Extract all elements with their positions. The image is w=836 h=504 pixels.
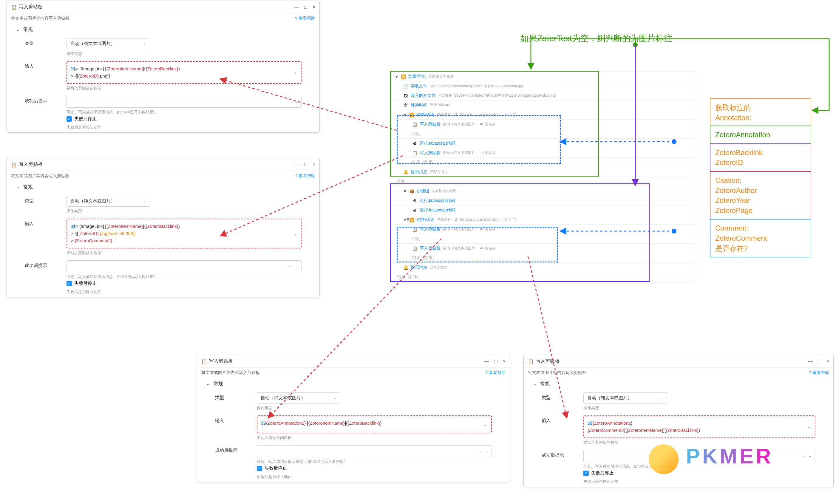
action-run-js[interactable]: ⚙运行Javascript代码 bbox=[391, 206, 695, 215]
branch-icon: 🔀 bbox=[409, 112, 414, 117]
help-link[interactable]: ?查看帮助 bbox=[485, 370, 506, 375]
anno-purple: ZoteroBacklinkZoteroID bbox=[710, 143, 811, 172]
action-show-msg[interactable]: 🔔提示消息已写入图片 bbox=[391, 167, 695, 177]
section-header[interactable]: ⌄常规 bbox=[7, 181, 319, 193]
pkmer-watermark: PKMER bbox=[686, 444, 773, 468]
action-write-image[interactable]: 🖼写入图片文件写入数据: $$D:\PandaNotes\Y-图形文件存储\Zo… bbox=[391, 91, 695, 100]
close-button[interactable]: × bbox=[826, 359, 829, 364]
action-write-clipboard[interactable]: 📋写入剪贴板自动（纯文本或图片） => 剪贴板 bbox=[391, 244, 695, 253]
action-show-msg[interactable]: 🔔提示消息已写入文本 bbox=[391, 263, 695, 272]
maximize-button[interactable]: □ bbox=[494, 359, 497, 364]
branch-icon: 🔀 bbox=[401, 74, 406, 79]
dialog-write-clipboard-4: 📋写入剪贴板—□× 将文本或图片等内容写入剪贴板?查看帮助 ⌄常规 类型自动（纯… bbox=[524, 355, 834, 487]
close-button[interactable]: × bbox=[312, 162, 315, 167]
dialog-write-clipboard-3: 📋写入剪贴板—□× 将文本或图片等内容写入剪贴板?查看帮助 ⌄常规 类型自动（纯… bbox=[197, 355, 510, 482]
success-input[interactable]: ⋯⌄ bbox=[257, 445, 492, 457]
action-read-file[interactable]: 📄读取文件$$D:\Zotero\cache\library\{ZoteroID… bbox=[391, 81, 695, 91]
type-select[interactable]: 自动（纯文本或图片）⌄ bbox=[66, 38, 150, 49]
clipboard-icon: 📋 bbox=[412, 150, 417, 156]
fail-stop-label: 失败后停止 bbox=[74, 116, 97, 122]
input-code-box[interactable]: $$> [!ImageLink] [{ZoteroItemName}]({Zot… bbox=[66, 61, 302, 84]
js-icon: ⚙ bbox=[412, 208, 417, 213]
minimize-button[interactable]: — bbox=[294, 162, 299, 167]
image-icon: 🖼 bbox=[403, 93, 408, 98]
fail-stop-checkbox[interactable]: ✓ bbox=[257, 466, 262, 471]
input-code-box[interactable]: $$> [!ImageLink] [{ZoteroItemName}]({Zot… bbox=[66, 219, 302, 248]
success-label: 成功后提示 bbox=[25, 260, 66, 268]
bell-icon: 🔔 bbox=[403, 169, 408, 175]
action-run-js[interactable]: ⚙运行Javascript代码 bbox=[391, 139, 695, 148]
maximize-button[interactable]: □ bbox=[818, 359, 821, 364]
anno-orange: 获取标注的Annotation: bbox=[710, 98, 811, 126]
action-step-group[interactable]: ▼📦步骤组文本格式化处理 bbox=[391, 187, 695, 196]
fail-stop-checkbox[interactable]: ✓ bbox=[66, 116, 72, 122]
input-note: 要写入剪贴板的数据 bbox=[66, 84, 302, 91]
dialog-subtitle: 将文本或图片等内容写入剪贴板 bbox=[11, 173, 70, 179]
action-else[interactable]: 否则 bbox=[391, 129, 695, 139]
clock-icon: ⏱ bbox=[403, 102, 408, 108]
action-else-outer[interactable]: 否则 bbox=[391, 177, 695, 187]
section-header[interactable]: ⌄常规 bbox=[197, 378, 510, 390]
clipboard-icon: 📋 bbox=[528, 359, 533, 364]
action-write-clipboard[interactable]: 📋写入剪贴板自动（纯文本或图片） => 剪贴板 bbox=[391, 148, 695, 158]
action-result-if: 结果（如果） bbox=[391, 253, 695, 263]
dialog-title: 写入剪贴板 bbox=[19, 161, 294, 168]
input-code-box[interactable]: $${ZoteroAnnotation2} [{ZoteroItemName}]… bbox=[257, 415, 492, 433]
success-label: 成功后提示 bbox=[25, 96, 66, 104]
action-if-else[interactable]: ▼🔀如果/否则判断是否为图片 bbox=[391, 72, 695, 81]
minimize-button[interactable]: — bbox=[808, 359, 813, 364]
minimize-button[interactable]: — bbox=[294, 4, 299, 10]
dialog-title: 写入剪贴板 bbox=[19, 4, 294, 10]
close-button[interactable]: × bbox=[503, 359, 506, 364]
clipboard-icon: 📋 bbox=[11, 4, 16, 10]
maximize-button[interactable]: □ bbox=[304, 162, 307, 167]
type-select[interactable]: 自动（纯文本或图片）⌄ bbox=[257, 392, 340, 404]
action-result-if: 结果（如果） bbox=[391, 158, 695, 167]
clipboard-icon: 📋 bbox=[11, 162, 16, 167]
input-label: 输入 bbox=[25, 219, 66, 227]
action-write-clipboard[interactable]: 📋写入剪贴板自动（纯文本或图片） => 剪贴板 bbox=[391, 120, 695, 129]
dialog-title: 写入剪贴板 bbox=[209, 358, 484, 364]
op-type-note: 操作类型 bbox=[66, 49, 302, 56]
bell-icon: 🔔 bbox=[403, 265, 408, 270]
fail-stop-checkbox[interactable]: ✓ bbox=[66, 281, 72, 286]
js-icon: ⚙ bbox=[412, 141, 417, 146]
input-label: 输入 bbox=[25, 61, 66, 69]
anno-red: Citation:ZoteroAuthorZoteroYearZoteroPag… bbox=[710, 171, 811, 219]
action-if-else-3[interactable]: ▼591🔀如果/否则判断条件：$= String.Equals({ZoteroC… bbox=[391, 215, 695, 225]
maximize-button[interactable]: □ bbox=[304, 4, 307, 10]
success-input[interactable]: ⋯⌄ bbox=[66, 260, 302, 272]
type-select[interactable]: 自动（纯文本或图片）⌄ bbox=[583, 392, 667, 404]
action-if-else-2[interactable]: ▼🔀如果/否则判断条件：$= String.Equals({ZoteroComm… bbox=[391, 110, 695, 120]
branch-icon: 🔀 bbox=[409, 217, 414, 222]
type-select[interactable]: 自动（纯文本或图片）⌄ bbox=[66, 196, 150, 207]
success-input[interactable]: ⋯⌄ bbox=[66, 96, 302, 108]
dialog-subtitle: 将文本或图片等内容写入剪贴板 bbox=[11, 16, 70, 21]
type-label: 类型 bbox=[25, 196, 66, 204]
section-header[interactable]: ⌄常规 bbox=[524, 378, 833, 390]
dialog-write-clipboard-1: 📋 写入剪贴板 — □ × 将文本或图片等内容写入剪贴板 ?查看帮助 ⌄常规 类… bbox=[6, 1, 320, 133]
annotation-legend: 获取标注的Annotation: ZoteroAnnotation Zotero… bbox=[710, 98, 811, 257]
anno-green: ZoteroAnnotation bbox=[710, 125, 811, 144]
clipboard-icon: 📋 bbox=[412, 122, 417, 127]
dialog-header: 📋 写入剪贴板 — □ × bbox=[7, 1, 319, 14]
fail-stop-checkbox[interactable]: ✓ bbox=[583, 471, 589, 476]
action-run-js[interactable]: ⚙运行Javascript代码 bbox=[391, 196, 695, 206]
input-code-box[interactable]: $${ZoteroAnnotation2} {ZoteroComment2}[{… bbox=[583, 415, 815, 438]
close-button[interactable]: × bbox=[312, 4, 315, 10]
section-header[interactable]: ⌄常规 bbox=[7, 23, 319, 36]
minimize-button[interactable]: — bbox=[484, 359, 489, 364]
help-link[interactable]: ?查看帮助 bbox=[295, 173, 315, 179]
clipboard-icon: 📋 bbox=[412, 227, 417, 232]
type-label: 类型 bbox=[25, 38, 66, 46]
help-link[interactable]: ?查看帮助 bbox=[295, 16, 315, 21]
action-else[interactable]: 否则 bbox=[391, 234, 695, 244]
clipboard-icon: 📋 bbox=[201, 359, 207, 364]
js-icon: ⚙ bbox=[412, 198, 417, 203]
help-link[interactable]: ?查看帮助 bbox=[809, 370, 829, 375]
action-flow-list: ▼🔀如果/否则判断是否为图片 📄读取文件$$D:\Zotero\cache\li… bbox=[391, 72, 695, 282]
clipboard-icon: 📋 bbox=[412, 246, 417, 251]
action-write-clipboard[interactable]: 📋写入剪贴板自动（纯文本或图片） => 剪贴板 bbox=[391, 225, 695, 234]
pkmer-logo-circle bbox=[649, 444, 679, 474]
action-wait[interactable]: ⏱等待时间等待 200 ms bbox=[391, 100, 695, 110]
